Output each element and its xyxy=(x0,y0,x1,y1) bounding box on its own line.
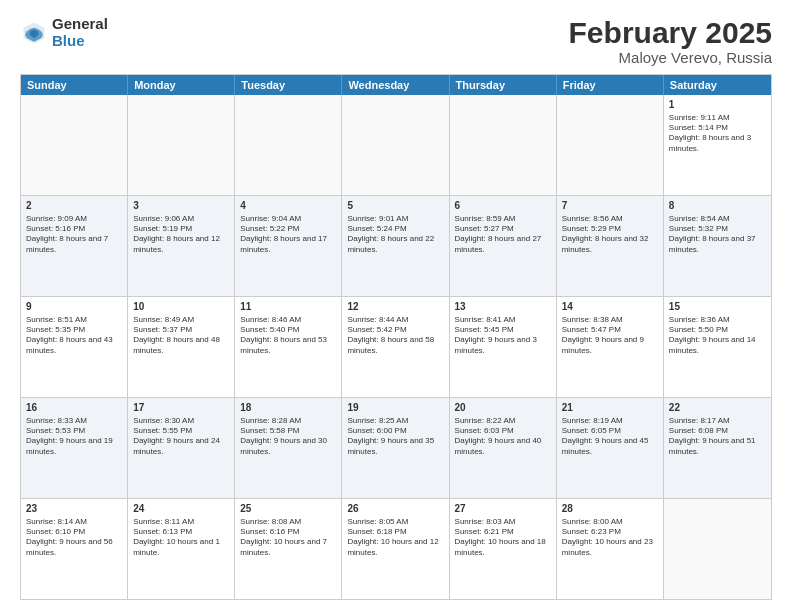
cell-3-6: 22Sunrise: 8:17 AM Sunset: 6:08 PM Dayli… xyxy=(664,398,771,498)
cell-2-2: 11Sunrise: 8:46 AM Sunset: 5:40 PM Dayli… xyxy=(235,297,342,397)
cell-1-5: 7Sunrise: 8:56 AM Sunset: 5:29 PM Daylig… xyxy=(557,196,664,296)
day-number-0-6: 1 xyxy=(669,98,766,112)
cell-1-4: 6Sunrise: 8:59 AM Sunset: 5:27 PM Daylig… xyxy=(450,196,557,296)
day-number-1-0: 2 xyxy=(26,199,122,213)
cell-text-3-6: Sunrise: 8:17 AM Sunset: 6:08 PM Dayligh… xyxy=(669,416,766,458)
day-number-3-5: 21 xyxy=(562,401,658,415)
cell-text-0-6: Sunrise: 9:11 AM Sunset: 5:14 PM Dayligh… xyxy=(669,113,766,155)
day-number-4-1: 24 xyxy=(133,502,229,516)
header-wednesday: Wednesday xyxy=(342,75,449,95)
header: General Blue February 2025 Maloye Verevo… xyxy=(20,16,772,66)
cell-1-0: 2Sunrise: 9:09 AM Sunset: 5:16 PM Daylig… xyxy=(21,196,128,296)
cell-0-5 xyxy=(557,95,664,195)
header-tuesday: Tuesday xyxy=(235,75,342,95)
day-number-1-1: 3 xyxy=(133,199,229,213)
logo-general: General xyxy=(52,16,108,33)
day-number-2-3: 12 xyxy=(347,300,443,314)
cell-4-1: 24Sunrise: 8:11 AM Sunset: 6:13 PM Dayli… xyxy=(128,499,235,599)
cell-text-2-0: Sunrise: 8:51 AM Sunset: 5:35 PM Dayligh… xyxy=(26,315,122,357)
calendar-header: Sunday Monday Tuesday Wednesday Thursday… xyxy=(21,75,771,95)
cell-3-0: 16Sunrise: 8:33 AM Sunset: 5:53 PM Dayli… xyxy=(21,398,128,498)
cell-2-3: 12Sunrise: 8:44 AM Sunset: 5:42 PM Dayli… xyxy=(342,297,449,397)
day-number-3-1: 17 xyxy=(133,401,229,415)
cell-text-3-4: Sunrise: 8:22 AM Sunset: 6:03 PM Dayligh… xyxy=(455,416,551,458)
cell-4-6 xyxy=(664,499,771,599)
cell-text-4-5: Sunrise: 8:00 AM Sunset: 6:23 PM Dayligh… xyxy=(562,517,658,559)
cell-0-4 xyxy=(450,95,557,195)
cell-text-1-2: Sunrise: 9:04 AM Sunset: 5:22 PM Dayligh… xyxy=(240,214,336,256)
cell-0-0 xyxy=(21,95,128,195)
cell-4-4: 27Sunrise: 8:03 AM Sunset: 6:21 PM Dayli… xyxy=(450,499,557,599)
cell-text-2-5: Sunrise: 8:38 AM Sunset: 5:47 PM Dayligh… xyxy=(562,315,658,357)
calendar-row-2: 9Sunrise: 8:51 AM Sunset: 5:35 PM Daylig… xyxy=(21,297,771,398)
calendar: Sunday Monday Tuesday Wednesday Thursday… xyxy=(20,74,772,600)
day-number-4-0: 23 xyxy=(26,502,122,516)
calendar-subtitle: Maloye Verevo, Russia xyxy=(569,49,772,66)
cell-3-4: 20Sunrise: 8:22 AM Sunset: 6:03 PM Dayli… xyxy=(450,398,557,498)
cell-text-1-5: Sunrise: 8:56 AM Sunset: 5:29 PM Dayligh… xyxy=(562,214,658,256)
cell-text-4-1: Sunrise: 8:11 AM Sunset: 6:13 PM Dayligh… xyxy=(133,517,229,559)
cell-text-1-4: Sunrise: 8:59 AM Sunset: 5:27 PM Dayligh… xyxy=(455,214,551,256)
day-number-1-5: 7 xyxy=(562,199,658,213)
cell-4-3: 26Sunrise: 8:05 AM Sunset: 6:18 PM Dayli… xyxy=(342,499,449,599)
day-number-2-6: 15 xyxy=(669,300,766,314)
logo-text: General Blue xyxy=(52,16,108,49)
cell-text-2-1: Sunrise: 8:49 AM Sunset: 5:37 PM Dayligh… xyxy=(133,315,229,357)
cell-text-3-0: Sunrise: 8:33 AM Sunset: 5:53 PM Dayligh… xyxy=(26,416,122,458)
logo-icon xyxy=(20,19,48,47)
calendar-title: February 2025 xyxy=(569,16,772,49)
cell-3-2: 18Sunrise: 8:28 AM Sunset: 5:58 PM Dayli… xyxy=(235,398,342,498)
cell-text-1-0: Sunrise: 9:09 AM Sunset: 5:16 PM Dayligh… xyxy=(26,214,122,256)
day-number-4-2: 25 xyxy=(240,502,336,516)
day-number-2-5: 14 xyxy=(562,300,658,314)
day-number-2-2: 11 xyxy=(240,300,336,314)
cell-3-5: 21Sunrise: 8:19 AM Sunset: 6:05 PM Dayli… xyxy=(557,398,664,498)
day-number-2-4: 13 xyxy=(455,300,551,314)
day-number-1-4: 6 xyxy=(455,199,551,213)
cell-4-5: 28Sunrise: 8:00 AM Sunset: 6:23 PM Dayli… xyxy=(557,499,664,599)
cell-0-2 xyxy=(235,95,342,195)
cell-2-1: 10Sunrise: 8:49 AM Sunset: 5:37 PM Dayli… xyxy=(128,297,235,397)
calendar-row-4: 23Sunrise: 8:14 AM Sunset: 6:10 PM Dayli… xyxy=(21,499,771,599)
title-block: February 2025 Maloye Verevo, Russia xyxy=(569,16,772,66)
cell-4-0: 23Sunrise: 8:14 AM Sunset: 6:10 PM Dayli… xyxy=(21,499,128,599)
cell-1-3: 5Sunrise: 9:01 AM Sunset: 5:24 PM Daylig… xyxy=(342,196,449,296)
day-number-3-2: 18 xyxy=(240,401,336,415)
cell-2-5: 14Sunrise: 8:38 AM Sunset: 5:47 PM Dayli… xyxy=(557,297,664,397)
cell-text-2-3: Sunrise: 8:44 AM Sunset: 5:42 PM Dayligh… xyxy=(347,315,443,357)
cell-3-1: 17Sunrise: 8:30 AM Sunset: 5:55 PM Dayli… xyxy=(128,398,235,498)
day-number-1-3: 5 xyxy=(347,199,443,213)
cell-4-2: 25Sunrise: 8:08 AM Sunset: 6:16 PM Dayli… xyxy=(235,499,342,599)
header-sunday: Sunday xyxy=(21,75,128,95)
cell-text-3-2: Sunrise: 8:28 AM Sunset: 5:58 PM Dayligh… xyxy=(240,416,336,458)
cell-1-6: 8Sunrise: 8:54 AM Sunset: 5:32 PM Daylig… xyxy=(664,196,771,296)
cell-3-3: 19Sunrise: 8:25 AM Sunset: 6:00 PM Dayli… xyxy=(342,398,449,498)
cell-text-4-3: Sunrise: 8:05 AM Sunset: 6:18 PM Dayligh… xyxy=(347,517,443,559)
day-number-2-1: 10 xyxy=(133,300,229,314)
cell-text-3-5: Sunrise: 8:19 AM Sunset: 6:05 PM Dayligh… xyxy=(562,416,658,458)
cell-1-2: 4Sunrise: 9:04 AM Sunset: 5:22 PM Daylig… xyxy=(235,196,342,296)
day-number-2-0: 9 xyxy=(26,300,122,314)
header-friday: Friday xyxy=(557,75,664,95)
cell-0-6: 1Sunrise: 9:11 AM Sunset: 5:14 PM Daylig… xyxy=(664,95,771,195)
cell-text-4-4: Sunrise: 8:03 AM Sunset: 6:21 PM Dayligh… xyxy=(455,517,551,559)
calendar-row-0: 1Sunrise: 9:11 AM Sunset: 5:14 PM Daylig… xyxy=(21,95,771,196)
logo: General Blue xyxy=(20,16,108,49)
cell-2-0: 9Sunrise: 8:51 AM Sunset: 5:35 PM Daylig… xyxy=(21,297,128,397)
day-number-1-6: 8 xyxy=(669,199,766,213)
day-number-4-5: 28 xyxy=(562,502,658,516)
cell-0-1 xyxy=(128,95,235,195)
page: General Blue February 2025 Maloye Verevo… xyxy=(0,0,792,612)
day-number-3-6: 22 xyxy=(669,401,766,415)
day-number-4-3: 26 xyxy=(347,502,443,516)
day-number-4-4: 27 xyxy=(455,502,551,516)
cell-text-2-4: Sunrise: 8:41 AM Sunset: 5:45 PM Dayligh… xyxy=(455,315,551,357)
cell-1-1: 3Sunrise: 9:06 AM Sunset: 5:19 PM Daylig… xyxy=(128,196,235,296)
day-number-3-3: 19 xyxy=(347,401,443,415)
cell-2-4: 13Sunrise: 8:41 AM Sunset: 5:45 PM Dayli… xyxy=(450,297,557,397)
cell-text-1-1: Sunrise: 9:06 AM Sunset: 5:19 PM Dayligh… xyxy=(133,214,229,256)
cell-text-4-2: Sunrise: 8:08 AM Sunset: 6:16 PM Dayligh… xyxy=(240,517,336,559)
calendar-body: 1Sunrise: 9:11 AM Sunset: 5:14 PM Daylig… xyxy=(21,95,771,599)
cell-text-4-0: Sunrise: 8:14 AM Sunset: 6:10 PM Dayligh… xyxy=(26,517,122,559)
cell-text-2-6: Sunrise: 8:36 AM Sunset: 5:50 PM Dayligh… xyxy=(669,315,766,357)
